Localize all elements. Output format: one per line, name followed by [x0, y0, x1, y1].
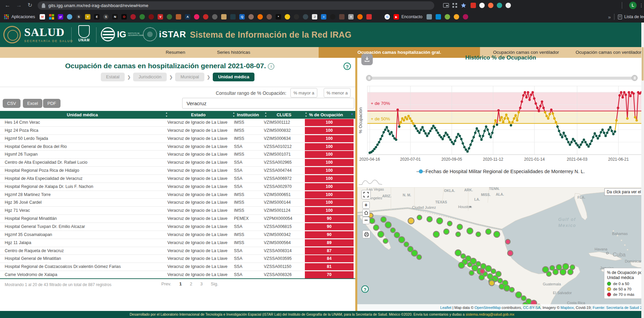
bookmark-favicon[interactable]: [67, 14, 72, 19]
pagination-page-2[interactable]: 2: [190, 281, 192, 286]
table-row[interactable]: Hgsmf 26 TuxpanVeracruz de Ignacio de La…: [0, 151, 355, 159]
table-row[interactable]: Hospital General de MinatitlanVeracruz d…: [0, 255, 355, 263]
bookmark-favicon[interactable]: [463, 14, 468, 19]
map-help-icon[interactable]: ?: [361, 285, 369, 293]
bookmark-favicon[interactable]: E: [94, 14, 99, 19]
bookmark-favicon[interactable]: [221, 14, 227, 19]
extension-icon[interactable]: [471, 3, 476, 8]
zoom-in-button[interactable]: +: [362, 201, 370, 209]
fullscreen-button[interactable]: [361, 190, 371, 199]
range-min-input[interactable]: [290, 88, 317, 97]
table-row[interactable]: Hospital Regional MinatitlánVeracruz de …: [0, 215, 355, 223]
table-row[interactable]: Hgzmf 28 Martinez TorreVeracruz de Ignac…: [0, 191, 355, 199]
table-row[interactable]: Came Velodromo de XalapaVeracruz de Igna…: [0, 271, 355, 279]
bookmark-favicon[interactable]: [139, 14, 145, 19]
chrome-menu-icon[interactable]: ⋮: [639, 1, 644, 9]
table-row[interactable]: Hospital Regional de Xalapa Dr. Luis F. …: [0, 183, 355, 191]
reading-list-label[interactable]: Lista de lectura: [624, 14, 644, 19]
bookmark-favicon[interactable]: [49, 14, 54, 19]
bookmark-favicon[interactable]: [436, 14, 441, 19]
table-row[interactable]: Hospital General de Boca del RioVeracruz…: [0, 143, 355, 151]
column-header[interactable]: Estado: [165, 111, 232, 119]
slider-handle-left[interactable]: [366, 75, 372, 81]
table-row[interactable]: Hospital General Tuxpan Dr. Emilio Alcaz…: [0, 223, 355, 231]
extension-icon[interactable]: [506, 3, 511, 8]
bookmark-favicon[interactable]: X: [348, 14, 354, 19]
pagination-page-1[interactable]: 1: [179, 281, 182, 286]
grid-icon[interactable]: [452, 2, 458, 8]
table-row[interactable]: Centro de Raqueta de VeracruzVeracruz de…: [0, 247, 355, 255]
bookmark-favicon[interactable]: y!: [58, 14, 63, 19]
bookmark-favicon[interactable]: [375, 14, 381, 19]
help-icon[interactable]: ?: [344, 63, 351, 70]
bookmark-favicon[interactable]: ≡: [321, 14, 326, 19]
occupancy-history-chart[interactable]: + de 70%+ de 50%% Ocupación2020-04-16202…: [357, 83, 644, 167]
breadcrumb-estatal[interactable]: Estatal: [101, 73, 125, 81]
attribution-link[interactable]: Fuente: Secretaría de Salud 2: [593, 306, 642, 310]
print-button[interactable]: [362, 230, 370, 238]
column-header[interactable]: Institución: [232, 111, 264, 119]
tab-2[interactable]: Series históricas: [166, 47, 301, 58]
attribution-link[interactable]: Leaflet: [440, 306, 451, 310]
bookmark-favicon[interactable]: S: [103, 14, 109, 19]
bookmark-favicon-youtube[interactable]: ▶: [394, 14, 399, 19]
pagination-prev[interactable]: Prev.: [161, 281, 171, 286]
footer-email-link[interactable]: sistema.redirag@salud.gob.mx: [466, 312, 514, 316]
extension-icon[interactable]: [497, 3, 502, 8]
table-row[interactable]: Hospital de Alta Especialidad de Veracru…: [0, 175, 355, 183]
bookmark-favicon[interactable]: [330, 14, 335, 19]
scrollbar-thumb[interactable]: [642, 47, 644, 81]
bookmark-label[interactable]: Encontacto: [401, 14, 422, 19]
bookmark-favicon[interactable]: [130, 14, 136, 19]
slider-handle-right[interactable]: [632, 75, 638, 81]
home-button[interactable]: [362, 209, 370, 216]
profile-avatar[interactable]: L: [629, 2, 637, 9]
export-pdf-button[interactable]: PDF: [43, 99, 61, 108]
attribution-link[interactable]: Mapbox: [561, 306, 574, 310]
bookmark-favicon[interactable]: G: [385, 14, 390, 19]
table-row[interactable]: Hospital Regional de Coatzacoalcos Dr.va…: [0, 263, 355, 271]
bookmark-favicon[interactable]: Y: [85, 14, 90, 19]
bookmark-favicon[interactable]: [203, 14, 208, 19]
table-row[interactable]: Hospital Regional Poza Rica de HidalgoVe…: [0, 167, 355, 175]
column-header[interactable]: Unidad médica: [0, 111, 165, 119]
bookmark-favicon[interactable]: [357, 14, 363, 19]
bookmark-favicon[interactable]: N: [112, 14, 118, 19]
bookmark-favicon[interactable]: [427, 14, 432, 19]
export-excel-button[interactable]: Excel: [23, 99, 42, 108]
bookmark-favicon[interactable]: V: [158, 14, 163, 19]
bookmark-favicon[interactable]: [267, 14, 272, 19]
zoom-out-button[interactable]: −: [362, 217, 370, 224]
apps-label[interactable]: Aplicaciones: [11, 14, 35, 19]
choropleth-map[interactable]: Las VegasLos AngelesARIZ.N. M.OKLA.ARK.T…: [357, 187, 644, 311]
bookmark-favicon[interactable]: O: [121, 14, 127, 19]
map-panel[interactable]: Las VegasLos AngelesARIZ.N. M.OKLA.ARK.T…: [357, 187, 644, 311]
bookmark-favicon[interactable]: A: [185, 14, 190, 19]
export-csv-button[interactable]: CSV: [3, 99, 21, 108]
attribution-link[interactable]: OpenStreetMap: [475, 306, 501, 310]
bookmark-favicon[interactable]: Q: [239, 14, 245, 19]
bookmark-favicon[interactable]: [230, 14, 236, 19]
breadcrumb-municipal[interactable]: Municipal: [175, 73, 204, 81]
bookmark-favicon[interactable]: [248, 14, 254, 19]
brush-overview-icon[interactable]: [358, 176, 383, 186]
bookmark-star-icon[interactable]: [460, 2, 467, 8]
bookmark-favicon[interactable]: [149, 14, 154, 19]
bookmark-favicon[interactable]: S: [76, 14, 81, 19]
table-row[interactable]: Hgzmf 35 CosamaloapanVeracruz de Ignacio…: [0, 231, 355, 239]
search-input[interactable]: [182, 98, 354, 109]
bookmark-favicon[interactable]: [257, 14, 263, 19]
pagination-page-3[interactable]: 3: [200, 281, 203, 286]
bookmark-favicon[interactable]: [339, 14, 345, 19]
pip-icon[interactable]: [443, 2, 449, 8]
reading-list-icon[interactable]: [618, 14, 622, 19]
info-icon[interactable]: i: [268, 63, 274, 70]
attribution-link[interactable]: CC-BY-SA: [523, 306, 540, 310]
bookmark-favicon[interactable]: M: [40, 14, 45, 19]
table-row[interactable]: Hgz 11 JalapaVeracruz de Ignacio de La L…: [0, 239, 355, 247]
pagination-next[interactable]: Sig.: [211, 281, 218, 286]
breadcrumb-unidad-médica[interactable]: Unidad médica: [213, 73, 254, 81]
bookmark-favicon[interactable]: [285, 14, 290, 19]
apps-grid-icon[interactable]: [4, 14, 9, 19]
reload-icon[interactable]: ↻: [28, 1, 32, 9]
